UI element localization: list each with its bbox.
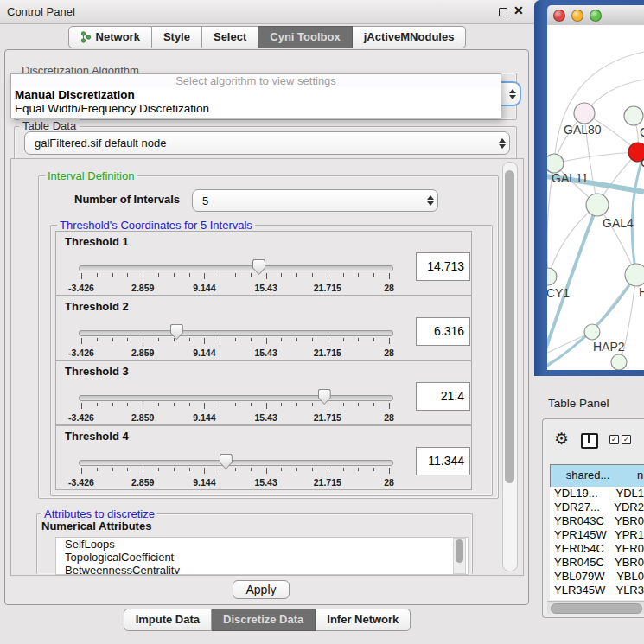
network-node[interactable] (574, 103, 595, 124)
slider-tick (296, 468, 297, 471)
slider-thumb-face (220, 455, 232, 469)
settings-scrollbar[interactable] (502, 162, 518, 571)
table-row[interactable]: YDL19...YDL1 (550, 487, 644, 501)
slider-tick-label: 2.859 (131, 412, 154, 423)
table-row[interactable]: YDR27...YDR2 (550, 501, 644, 514)
column-header-shared[interactable]: shared... (550, 464, 626, 488)
network-node[interactable] (584, 324, 600, 340)
slider-tick (143, 403, 143, 409)
threshold-panel: Threshold 3-3.4262.8599.14415.4321.71528… (55, 360, 472, 425)
slider-track[interactable] (79, 460, 393, 466)
algorithm-placeholder-option[interactable]: Select algorithm to view settings (11, 74, 501, 88)
threshold-value-field[interactable]: 14.713 (416, 252, 470, 281)
threshold-value-field[interactable]: 6.316 (416, 317, 470, 346)
table-row[interactable]: YBR043CYBR0 (550, 514, 644, 528)
table-data-combobox[interactable]: galFiltered.sif default node (24, 131, 510, 155)
tab-style[interactable]: Style (152, 26, 202, 48)
slider-thumb[interactable] (170, 324, 183, 340)
slider-track[interactable] (79, 330, 393, 336)
slider-thumb[interactable] (220, 454, 233, 469)
network-node-label: H (639, 285, 644, 299)
network-node[interactable] (624, 106, 643, 125)
slider-track[interactable] (79, 265, 393, 271)
slider-tick (174, 468, 175, 471)
slider-tick (127, 403, 128, 406)
network-edge[interactable] (554, 152, 638, 163)
slider-tick (189, 403, 190, 406)
slider-thumb[interactable] (252, 259, 265, 275)
table-row[interactable]: YBR045CYBR0 (550, 556, 644, 570)
num-intervals-label: Number of Intervals (74, 193, 180, 206)
network-node[interactable] (586, 194, 609, 216)
control-panel-title: Control Panel (7, 5, 75, 18)
table-data-group-title: Table Data (19, 119, 80, 132)
threshold-panel: Threshold 2-3.4262.8599.14415.4321.71528… (55, 296, 472, 360)
deselect-all-checkbox-icon[interactable]: ✓ (622, 435, 631, 444)
attribute-list-item[interactable]: SelfLoops (56, 538, 468, 551)
tab-impute-data[interactable]: Impute Data (124, 609, 212, 631)
slider-tick (81, 273, 82, 279)
table-row[interactable]: YIL052CYIL0 (550, 597, 644, 600)
float-window-icon[interactable] (499, 8, 507, 16)
tab-jactivemnodules[interactable]: jActiveMNodules (353, 26, 467, 48)
attribute-list-item[interactable]: TopologicalCoefficient (56, 551, 468, 564)
tab-network[interactable]: Network (68, 26, 152, 48)
network-node[interactable] (611, 354, 627, 370)
window-minimize-icon[interactable] (571, 10, 583, 22)
network-edge[interactable] (548, 205, 597, 277)
slider-thumb[interactable] (318, 389, 331, 405)
select-all-checkbox-icon[interactable]: ✓ (609, 435, 619, 444)
table-horizontal-scrollbar[interactable] (547, 601, 644, 614)
slider-tick-label: 28 (384, 477, 394, 488)
split-panel-icon[interactable] (581, 433, 598, 449)
network-canvas[interactable]: GAL80GCGAL11GAL4GCY1HHAP2 (547, 25, 644, 370)
scrollbar-thumb[interactable] (551, 603, 642, 614)
scrollbar-thumb[interactable] (505, 170, 514, 483)
close-icon[interactable]: ✕ (513, 3, 524, 17)
attributes-list-scrollbar[interactable] (453, 538, 466, 574)
attribute-list-item[interactable]: BetweennessCentrality (56, 564, 468, 575)
column-header-name[interactable]: n (625, 464, 644, 488)
tab-select[interactable]: Select (202, 26, 258, 48)
network-node-label: HAP2 (593, 340, 625, 354)
gear-icon[interactable]: ⚙ (554, 430, 569, 448)
network-window-titlebar[interactable] (547, 5, 644, 26)
numerical-attributes-list[interactable]: SelfLoopsTopologicalCoefficientBetweenne… (55, 537, 469, 575)
slider-tick (389, 338, 390, 344)
tab-cyni-toolbox[interactable]: Cyni Toolbox (258, 26, 352, 48)
slider-tick (158, 403, 159, 406)
threshold-value-field[interactable]: 11.344 (416, 447, 470, 475)
cell-shared-name: YDL19... (550, 487, 610, 501)
spinner-icon (424, 195, 437, 206)
slider-tick-label: 21.715 (314, 348, 341, 358)
slider-tick (281, 338, 282, 341)
slider-tick (266, 273, 267, 279)
window-close-icon[interactable] (553, 10, 565, 22)
algorithm-option[interactable]: Equal Width/Frequency Discretization (11, 102, 501, 116)
network-node[interactable] (547, 268, 557, 285)
network-node[interactable] (625, 264, 644, 286)
network-node[interactable] (547, 154, 564, 173)
table-row[interactable]: YBL079WYBL0 (550, 570, 644, 583)
num-intervals-combobox[interactable]: 5 (192, 189, 438, 212)
network-edge-highlighted[interactable] (632, 154, 644, 275)
tab-label: Style (163, 27, 190, 48)
cell-shared-name: YER054C (550, 542, 609, 556)
slider-tick (204, 468, 205, 474)
table-row[interactable]: YER054CYER0 (550, 542, 644, 556)
algorithm-option[interactable]: Manual Discretization (11, 88, 501, 102)
tab-label: Network (96, 27, 140, 48)
apply-button[interactable]: Apply (233, 580, 290, 599)
tab-discretize-data[interactable]: Discretize Data (212, 609, 316, 631)
table-row[interactable]: YLR345WYLR3 (550, 583, 644, 597)
slider-track[interactable] (79, 395, 393, 401)
slider-tick (266, 468, 267, 474)
slider-tick (158, 338, 159, 341)
tab-infer-network[interactable]: Infer Network (316, 609, 411, 631)
scrollbar-thumb[interactable] (456, 539, 463, 563)
window-zoom-icon[interactable] (590, 10, 602, 22)
threshold-value-field[interactable]: 21.4 (416, 382, 470, 411)
table-row[interactable]: YPR145WYPR1 (550, 528, 644, 542)
cell-shared-name: YDR27... (550, 501, 609, 514)
slider-tick (220, 403, 220, 406)
